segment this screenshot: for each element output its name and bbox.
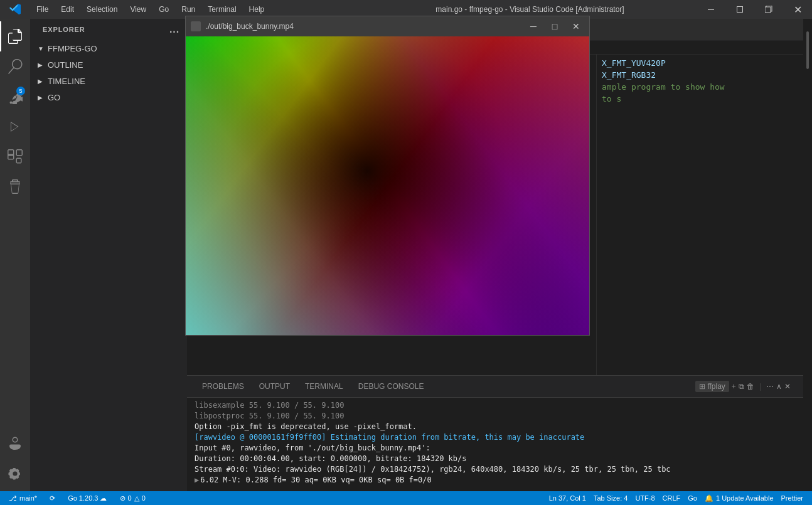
- color-gradient: [187, 55, 589, 335]
- code-overflow-line1: X_FMT_YUV420P: [602, 57, 735, 69]
- term-line-6: Duration: 00:00:04.00, start: 0.000000, …: [195, 454, 796, 464]
- terminal-content[interactable]: libsexample 55. 9.100 / 55. 9.100 libpos…: [187, 398, 803, 491]
- main-layout: 5: [0, 19, 812, 491]
- status-prettier[interactable]: Prettier: [777, 491, 807, 505]
- minimap-canvas: [740, 55, 803, 375]
- sidebar-item-go[interactable]: ▶ GO: [30, 90, 187, 104]
- status-line-ending[interactable]: CRLF: [659, 491, 685, 505]
- activity-icon-search[interactable]: [0, 51, 30, 82]
- panel-tab-terminal[interactable]: TERMINAL: [297, 376, 351, 398]
- status-sync[interactable]: ⟳: [46, 491, 59, 505]
- term-line-8: ▶ 6.02 M-V: 0.288 fd= 30 aq= 0KB vq= 0KB…: [195, 475, 796, 486]
- status-update[interactable]: 🔔 1 Update Available: [701, 491, 777, 505]
- panel-controls: ⊞ ffplay + ⧉ 🗑 | ⋯ ∧ ✕: [690, 381, 796, 392]
- code-right-overflow: X_FMT_YUV420P X_FMT_RGB32 ample program …: [596, 55, 740, 375]
- terminal-name[interactable]: ⊞ ffplay: [695, 381, 729, 392]
- status-go-version[interactable]: Go 1.20.3 ☁: [64, 491, 110, 505]
- window-controls: ✕: [697, 0, 812, 19]
- sidebar-item-outline[interactable]: ▶ OUTLINE: [30, 58, 187, 72]
- panel-tab-output[interactable]: OUTPUT: [252, 376, 297, 398]
- panel-tab-problems[interactable]: PROBLEMS: [195, 376, 252, 398]
- status-encoding[interactable]: UTF-8: [631, 491, 658, 505]
- activity-bar: 5: [0, 19, 30, 491]
- source-control-badge: 5: [16, 87, 25, 95]
- sidebar-item-label: GO: [48, 93, 187, 102]
- menu-view[interactable]: View: [124, 0, 152, 19]
- activity-icon-run[interactable]: [0, 112, 30, 142]
- sidebar-item-label: OUTLINE: [48, 60, 187, 70]
- activity-icon-extensions[interactable]: [0, 142, 30, 172]
- term-line-5: Input #0, rawvideo, from './out/big_buck…: [195, 443, 796, 454]
- panel-tabs: PROBLEMS OUTPUT TERMINAL DEBUG CONSOLE: [195, 376, 431, 398]
- close-button[interactable]: ✕: [783, 0, 812, 19]
- sidebar: Explorer ... ▼ FFMPEG-GO ▶ OUTLINE ▶ TIM…: [30, 19, 187, 491]
- activity-icon-testing[interactable]: [0, 172, 30, 202]
- sync-icon: ⟳: [50, 494, 55, 502]
- status-tab-size[interactable]: Tab Size: 4: [590, 491, 631, 505]
- editor-panel-container: 19 20 21 22 23 var src_h ffcommon.FInt =…: [187, 55, 803, 491]
- term-line-1: libsexample 55. 9.100 / 55. 9.100: [195, 400, 796, 411]
- maximize-button[interactable]: [725, 0, 754, 19]
- arrow-icon: ▶: [38, 94, 48, 101]
- status-errors[interactable]: ⊘ 0 △ 0: [116, 491, 149, 505]
- sidebar-item-label: FFMPEG-GO: [48, 44, 187, 53]
- arrow-icon: ▶: [38, 61, 48, 68]
- activity-icon-account[interactable]: [0, 428, 30, 459]
- error-icon: ⊘: [120, 494, 126, 502]
- sidebar-more-icon[interactable]: ...: [169, 24, 179, 35]
- term-line-4: [rawvideo @ 00000161f9f9ff00] Estimating…: [195, 432, 796, 443]
- arrow-icon: ▼: [38, 45, 48, 52]
- editor-area: G main.go ● ✕ examples › internalexample…: [187, 19, 803, 491]
- sidebar-section-go: ▶ GO: [30, 89, 187, 105]
- terminal-close-panel[interactable]: ✕: [784, 382, 791, 391]
- branch-icon: ⎇: [9, 494, 17, 502]
- term-line-7: Stream #0:0: Video: rawvideo (RGB[24]) /…: [195, 464, 796, 475]
- vscode-logo: [0, 0, 30, 19]
- panel-header: PROBLEMS OUTPUT TERMINAL DEBUG CONSOLE ⊞…: [187, 376, 803, 398]
- svg-rect-3: [765, 7, 771, 13]
- menu-edit[interactable]: Edit: [55, 0, 80, 19]
- go-version-text: Go 1.20.3 ☁: [68, 494, 107, 502]
- menu-file[interactable]: File: [30, 0, 55, 19]
- terminal-add[interactable]: +: [732, 382, 736, 391]
- term-line-3: Option -pix_fmt is deprecated, use -pixe…: [195, 422, 796, 432]
- sidebar-item-timeline[interactable]: ▶ TIMELINE: [30, 74, 187, 88]
- warning-icon: △: [134, 494, 139, 502]
- terminal-trash[interactable]: 🗑: [747, 382, 754, 391]
- sidebar-section-ffmpeg: ▼ FFMPEG-GO: [30, 40, 187, 56]
- terminal-split[interactable]: ⧉: [739, 382, 744, 391]
- term-line-2: libpostproc 55. 9.100 / 55. 9.100: [195, 411, 796, 422]
- terminal-panel: PROBLEMS OUTPUT TERMINAL DEBUG CONSOLE ⊞…: [187, 375, 803, 491]
- activity-icon-settings[interactable]: [0, 459, 30, 489]
- video-display: [187, 55, 589, 335]
- scrollbar-thumb[interactable]: [806, 31, 809, 69]
- sidebar-item-label: TIMELINE: [48, 77, 187, 86]
- activity-icon-explorer[interactable]: [0, 21, 30, 51]
- terminal-more[interactable]: ⋯: [766, 382, 774, 391]
- terminal-collapse[interactable]: ∧: [776, 382, 782, 391]
- status-right: Ln 37, Col 1 Tab Size: 4 UTF-8 CRLF Go 🔔…: [545, 491, 807, 505]
- menu-go[interactable]: Go: [152, 0, 175, 19]
- sidebar-section-timeline: ▶ TIMELINE: [30, 73, 187, 89]
- code-overflow-line2: X_FMT_RGB32: [602, 69, 735, 81]
- activity-icon-source-control[interactable]: 5: [0, 82, 30, 112]
- sidebar-title: Explorer: [43, 26, 85, 33]
- panel-tab-debug[interactable]: DEBUG CONSOLE: [351, 376, 432, 398]
- ffplay-label: ⊞ ffplay + ⧉ 🗑 | ⋯ ∧ ✕: [690, 381, 796, 392]
- branch-name: main*: [19, 494, 37, 502]
- minimize-button[interactable]: [697, 0, 725, 19]
- window-title: main.go - ffmpeg-go - Visual Studio Code…: [363, 5, 697, 14]
- arrow-icon: ▶: [38, 78, 48, 85]
- status-branch[interactable]: ⎇ main*: [5, 491, 41, 505]
- menu-selection[interactable]: Selection: [80, 0, 124, 19]
- sidebar-header: Explorer ...: [30, 19, 187, 40]
- status-language[interactable]: Go: [684, 491, 701, 505]
- bell-icon: 🔔: [705, 494, 713, 502]
- restore-button[interactable]: [754, 0, 783, 19]
- status-position[interactable]: Ln 37, Col 1: [545, 491, 590, 505]
- sidebar-section-outline: ▶ OUTLINE: [30, 56, 187, 73]
- video-window: ./out/big_buck_bunny.mp4 ─ □ ✕: [187, 55, 590, 336]
- scrollbar-track[interactable]: [803, 19, 812, 491]
- sidebar-item-ffmpeg-go[interactable]: ▼ FFMPEG-GO: [30, 41, 187, 55]
- svg-rect-1: [737, 7, 743, 13]
